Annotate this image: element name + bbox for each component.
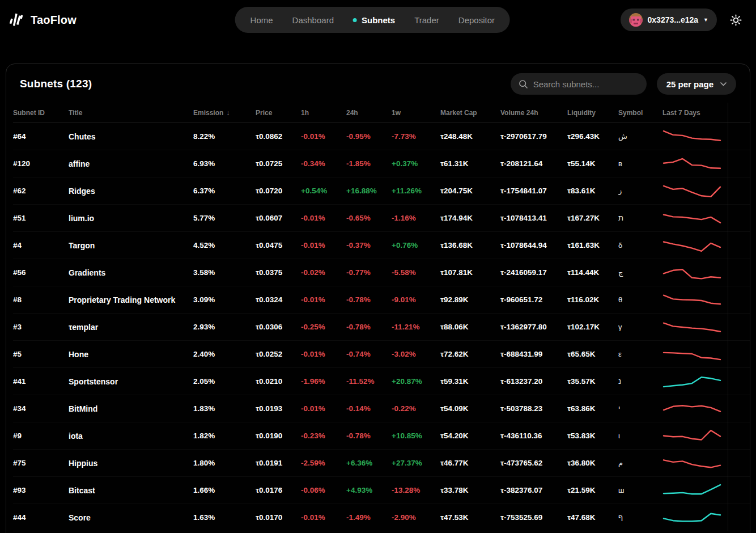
cell-liquidity: τ296.43K [567,132,618,141]
table-row[interactable]: #64Chutes8.22%τ0.0862-0.01%-0.95%-7.73%τ… [13,123,750,150]
cell-market-cap: τ88.06K [440,323,500,331]
search-input[interactable] [533,79,639,89]
cell-emission: 5.77% [193,214,256,222]
table-row[interactable]: #34BitMind1.83%τ0.0193-0.01%-0.14%-0.22%… [13,395,750,422]
table-row[interactable]: #56Gradients3.58%τ0.0375-0.02%-0.77%-5.5… [13,259,750,286]
table-row[interactable]: #62Ridges6.37%τ0.0720+0.54%+16.88%+11.26… [13,177,750,205]
sparkline-last-7-days [662,264,750,281]
column-header-price[interactable]: Price [256,109,301,117]
cell-title: Gradients [69,268,193,277]
cell-price: τ0.0210 [256,377,301,386]
cell-symbol: م [618,459,662,467]
sparkline-last-7-days [662,346,750,363]
nav-item-depositor[interactable]: Depositor [449,15,504,25]
cell-symbol: ת [618,214,662,222]
cell-change-1w: -9.01% [392,295,440,304]
nav-item-home[interactable]: Home [241,15,283,25]
column-header-subnet-id[interactable]: Subnet ID [13,109,69,117]
sparkline-last-7-days [662,400,750,417]
cell-market-cap: τ248.48K [440,132,500,141]
brand-logo[interactable]: TaoFlow [8,11,77,29]
cell-liquidity: τ47.68K [567,513,618,522]
table-row[interactable]: #120affine6.93%τ0.0725-0.34%-1.85%+0.37%… [13,150,750,177]
cell-title: lium.io [69,214,193,223]
cell-change-24h: -1.49% [346,513,392,522]
cell-price: τ0.0191 [256,459,301,467]
cell-change-24h: +16.88% [346,187,392,195]
table-row[interactable]: #51lium.io5.77%τ0.0607-0.01%-0.65%-1.16%… [13,205,750,232]
top-bar: TaoFlow HomeDashboardSubnetsTraderDeposi… [0,0,756,40]
table-row[interactable]: #75Hippius1.80%τ0.0191-2.59%+6.36%+27.37… [13,450,750,477]
cell-change-1w: +20.87% [392,377,440,386]
cell-change-24h: -0.14% [346,404,392,413]
cell-emission: 3.58% [193,268,256,277]
table-row[interactable]: #5Hone2.40%τ0.0252-0.01%-0.74%-3.02%τ72.… [13,341,750,368]
theme-toggle-sun-icon[interactable] [729,14,742,27]
cell-volume-24h: τ-1362977.80 [500,323,567,331]
column-header-market-cap[interactable]: Market Cap [440,109,500,117]
cell-title: Ridges [69,187,193,196]
cell-title: Hone [69,350,193,359]
cell-subnet-id: #41 [13,377,69,386]
column-header-volume-24h[interactable]: Volume 24h [500,109,567,117]
cell-liquidity: τ161.63K [567,241,618,249]
cell-symbol: ף [618,513,662,522]
table-row[interactable]: #4Targon4.52%τ0.0475-0.01%-0.37%+0.76%τ1… [13,232,750,259]
cell-change-1w: -2.90% [392,513,440,522]
nav-item-dashboard[interactable]: Dashboard [283,15,343,25]
cell-change-1w: +10.85% [392,432,440,440]
column-header-1w[interactable]: 1w [392,109,440,117]
table-row[interactable]: #9iota1.82%τ0.0190-0.23%-0.78%+10.85%τ54… [13,422,750,450]
cell-emission: 1.66% [193,486,256,494]
column-header-emission[interactable]: Emission↓ [193,109,256,117]
cell-change-24h: +6.36% [346,459,392,467]
cell-market-cap: τ204.75K [440,187,500,195]
column-header-24h[interactable]: 24h [346,109,392,117]
cell-market-cap: τ92.89K [440,295,500,304]
table-row[interactable]: #44Score1.63%τ0.0170-0.01%-1.49%-2.90%τ4… [13,504,750,531]
cell-change-1w: +0.37% [392,159,440,168]
wallet-button[interactable]: 0x3273...e12a ▼ [621,9,717,31]
column-header-liquidity[interactable]: Liquidity [567,109,618,117]
cell-price: τ0.0720 [256,187,301,195]
cell-change-24h: -11.52% [346,377,392,386]
column-header-last-7-days[interactable]: Last 7 Days [662,109,750,117]
cell-market-cap: τ174.94K [440,214,500,222]
column-header-title[interactable]: Title [69,109,193,117]
table-row[interactable]: #8Proprietary Trading Network3.09%τ0.032… [13,286,750,314]
column-header-1h[interactable]: 1h [301,109,346,117]
cell-subnet-id: #93 [13,486,69,494]
nav-item-subnets[interactable]: Subnets [343,15,405,25]
cell-title: Score [69,513,193,522]
column-header-symbol[interactable]: Symbol [618,109,662,117]
per-page-select[interactable]: 25 per page [657,73,736,95]
sparkline-last-7-days [662,482,750,499]
cell-change-1h: -0.02% [301,268,346,277]
cell-subnet-id: #5 [13,350,69,358]
cell-volume-24h: τ-503788.23 [500,404,567,413]
cell-change-1w: +11.26% [392,187,440,195]
cell-volume-24h: τ-1078413.41 [500,214,567,222]
cell-title: Chutes [69,132,193,141]
cell-price: τ0.0607 [256,214,301,222]
table-row[interactable]: #93Bitcast1.66%τ0.0176-0.06%+4.93%-13.28… [13,477,750,504]
table-header-row: Subnet IDTitleEmission↓Price1h24h1wMarke… [13,103,750,123]
nav-item-trader[interactable]: Trader [405,15,449,25]
cell-subnet-id: #56 [13,268,69,277]
cell-liquidity: τ114.44K [567,268,618,277]
table-row[interactable]: #3τemplar2.93%τ0.0306-0.25%-0.78%-11.21%… [13,314,750,341]
cell-volume-24h: τ-960651.72 [500,295,567,304]
table-row[interactable]: #41Sportstensor2.05%τ0.0210-1.96%-11.52%… [13,368,750,395]
cell-change-24h: -1.85% [346,159,392,168]
sparkline-last-7-days [662,291,750,308]
cell-market-cap: τ61.31K [440,159,500,168]
subnets-panel: Subnets (123) 25 per page [6,64,750,533]
cell-liquidity: τ102.17K [567,323,618,331]
brand-name: TaoFlow [31,14,77,27]
cell-liquidity: τ65.65K [567,350,618,358]
cell-market-cap: τ136.68K [440,241,500,249]
cell-market-cap: τ54.20K [440,432,500,440]
cell-title: Hippius [69,459,193,468]
cell-volume-24h: τ-2416059.17 [500,268,567,277]
cell-symbol: ز [618,187,662,195]
